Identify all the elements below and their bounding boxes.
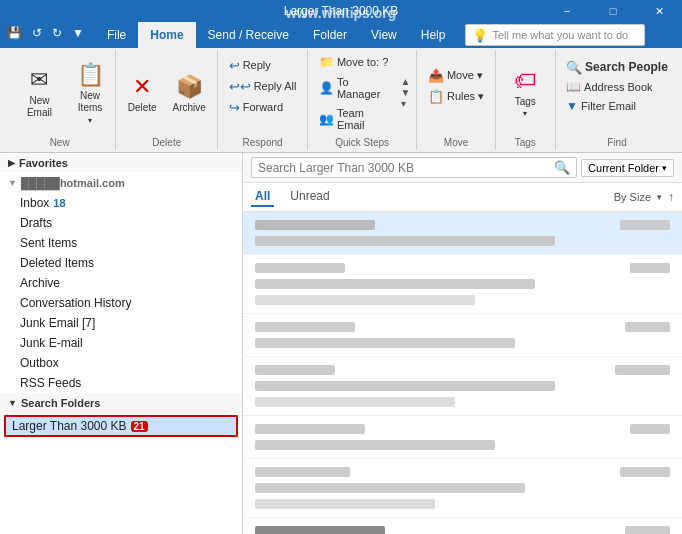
tab-view[interactable]: View [359,22,409,48]
delete-button[interactable]: ✕ Delete [122,63,163,123]
maximize-button[interactable]: □ [590,0,636,22]
address-book-button[interactable]: 📖 Address Book [561,78,673,96]
minimize-button[interactable]: − [544,0,590,22]
email-item-6[interactable] [243,518,682,534]
email-row1-2 [255,320,670,334]
quick-steps-up[interactable]: ▲ [401,76,411,87]
ribbon-group-new: ✉ New Email 📋 NewItems ▾ New [4,50,116,150]
move-label: Move ▾ [447,69,483,82]
sidebar-item-sent[interactable]: Sent Items [0,233,242,253]
tell-me-placeholder: Tell me what you want to do [492,29,628,41]
tags-group-content: 🏷 Tags ▾ [501,52,549,148]
tab-file[interactable]: File [95,22,138,48]
date-blur-4 [630,424,670,434]
team-email-button[interactable]: 👥 Team Email [314,104,399,134]
close-button[interactable]: ✕ [636,0,682,22]
tab-help[interactable]: Help [409,22,458,48]
archive-button[interactable]: 📦 Archive [167,63,212,123]
new-items-button[interactable]: 📋 NewItems ▾ [71,63,109,123]
quick-steps-expand[interactable]: ▾ [401,98,411,109]
respond-col: ↩ Reply ↩↩ Reply All ↪ Forward [224,55,302,131]
move-to-button[interactable]: 📁 Move to: ? [314,52,399,72]
search-icon: 🔍 [554,160,570,175]
sidebar-item-archive[interactable]: Archive [0,273,242,293]
preview-blur-5 [255,499,435,509]
sidebar-item-deleted[interactable]: Deleted Items [0,253,242,273]
filter-email-button[interactable]: ▼ Filter Email [561,97,673,115]
email-item-0[interactable] [243,212,682,255]
sidebar-item-junk-email2[interactable]: Junk E-mail [0,333,242,353]
sidebar-item-outbox[interactable]: Outbox [0,353,242,373]
ribbon-tabs: File Home Send / Receive Folder View Hel… [91,22,682,48]
sidebar-item-larger-than[interactable]: Larger Than 3000 KB 21 [4,415,238,437]
ribbon-group-tags: 🏷 Tags ▾ Tags [496,50,556,150]
customize-qa-button[interactable]: ▼ [69,25,87,41]
new-items-label: NewItems [78,90,102,114]
favorites-label: Favorites [19,157,68,169]
undo-qa-button[interactable]: ↺ [29,25,45,41]
rules-button[interactable]: 📋 Rules ▾ [423,87,489,107]
ribbon-group-move: 📤 Move ▾ 📋 Rules ▾ Move [417,50,495,150]
save-qa-button[interactable]: 💾 [4,25,25,41]
reply-all-label: Reply All [254,80,297,92]
email-item-3[interactable] [243,357,682,416]
find-group-content: 🔍 Search People 📖 Address Book ▼ Filter … [561,52,673,148]
search-input[interactable] [258,161,550,175]
tab-send-receive[interactable]: Send / Receive [196,22,301,48]
sender-blur-3 [255,365,335,375]
main-layout: ▶ Favorites ▼ █████ hotmail.com Inbox 18… [0,153,682,534]
ribbon: ✉ New Email 📋 NewItems ▾ New ✕ Delete 📦 … [0,48,682,153]
tags-icon: 🏷 [514,68,536,94]
find-col: 🔍 Search People 📖 Address Book ▼ Filter … [561,58,673,129]
sidebar-item-conversation[interactable]: Conversation History [0,293,242,313]
filter-email-label: Filter Email [581,100,636,112]
ribbon-group-quick-steps: 📁 Move to: ? 👤 To Manager 👥 Team Email ▲… [308,50,418,150]
redo-qa-button[interactable]: ↻ [49,25,65,41]
quick-steps-down[interactable]: ▼ [401,87,411,98]
tell-me-bar[interactable]: 💡 Tell me what you want to do [465,24,645,46]
email-row1-4 [255,422,670,436]
forward-button[interactable]: ↪ Forward [224,97,302,117]
account-email: █████ [21,177,60,189]
sort-chevron[interactable]: ▾ [657,192,662,202]
tags-button[interactable]: 🏷 Tags ▾ [501,63,549,123]
lightbulb-icon: 💡 [472,28,488,43]
sidebar-item-rss[interactable]: RSS Feeds [0,373,242,393]
search-scope-dropdown[interactable]: Current Folder ▾ [581,159,674,177]
tab-unread[interactable]: Unread [286,187,333,207]
email-item-4[interactable] [243,416,682,459]
tab-folder[interactable]: Folder [301,22,359,48]
reply-label: Reply [243,59,271,71]
tab-all[interactable]: All [251,187,274,207]
sidebar-item-junk-email[interactable]: Junk Email [7] [0,313,242,333]
sidebar-item-inbox[interactable]: Inbox 18 [0,193,242,213]
favorites-header[interactable]: ▶ Favorites [0,153,242,173]
sent-label: Sent Items [20,236,77,250]
email-row1-1 [255,261,670,275]
email-row1-6 [255,524,670,534]
date-blur-2 [625,322,670,332]
account-header[interactable]: ▼ █████ hotmail.com [0,173,242,193]
email-item-5[interactable] [243,459,682,518]
account-domain: hotmail.com [60,177,125,189]
favorites-chevron: ▶ [8,158,15,168]
search-folders-header[interactable]: ▼ Search Folders [0,393,242,413]
date-blur-3 [615,365,670,375]
account-chevron: ▼ [8,178,17,188]
search-people-button[interactable]: 🔍 Search People [561,58,673,77]
new-email-button[interactable]: ✉ New Email [10,63,69,123]
ribbon-group-respond: ↩ Reply ↩↩ Reply All ↪ Forward Respond [218,50,308,150]
reply-all-icon: ↩↩ [229,79,251,94]
email-item-1[interactable] [243,255,682,314]
to-manager-button[interactable]: 👤 To Manager [314,73,399,103]
move-button[interactable]: 📤 Move ▾ [423,66,489,86]
address-book-icon: 📖 [566,80,581,94]
sidebar-item-drafts[interactable]: Drafts [0,213,242,233]
reply-button[interactable]: ↩ Reply [224,55,302,75]
email-item-2[interactable] [243,314,682,357]
tab-home[interactable]: Home [138,22,195,48]
ribbon-group-delete: ✕ Delete 📦 Archive Delete [116,50,218,150]
sort-direction[interactable]: ↑ [668,190,674,204]
reply-all-button[interactable]: ↩↩ Reply All [224,76,302,96]
tags-group-label: Tags [496,137,555,148]
